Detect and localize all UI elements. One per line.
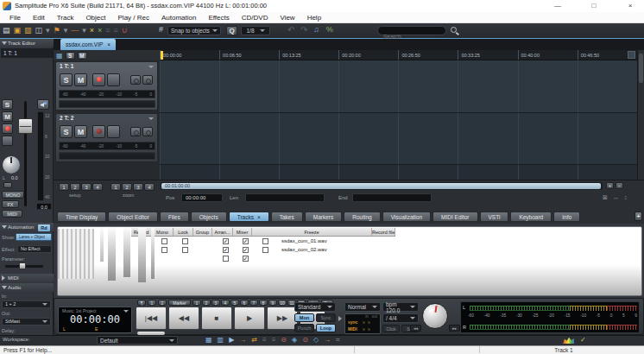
track-2-solo-button[interactable]: S (60, 125, 73, 138)
menu-item[interactable]: Automation (155, 14, 202, 22)
monitor-toggle[interactable]: Mon (294, 313, 314, 322)
docker-tab[interactable]: Keyboard (510, 212, 552, 222)
horizontal-fit-icon[interactable]: ↔ (613, 194, 619, 201)
time-display[interactable]: Music: 1st Project 00:00:00 L E (58, 307, 132, 333)
fullscreen-icon[interactable]: ⊠ (603, 194, 608, 201)
midi-settings-icon[interactable]: ♫ (313, 25, 319, 34)
rewind-button[interactable]: ◀◀ (168, 307, 199, 330)
track-1-settings-icon[interactable] (142, 75, 153, 85)
track-1-header[interactable]: 1 T: 1 S M -60-40-20-10-50 (55, 61, 158, 111)
marker-number-button[interactable]: 9 (268, 300, 277, 306)
ungroup-icon[interactable]: ≡ (114, 25, 118, 36)
table-row[interactable] (131, 254, 641, 262)
table-row[interactable]: ssdax_com_01.wav (131, 237, 641, 245)
marker-number-button[interactable]: 5 (230, 300, 239, 306)
track-1-lane[interactable] (160, 60, 637, 112)
input-monitor-button[interactable] (2, 136, 13, 146)
input-dropdown[interactable]: 1 + 2 (2, 300, 51, 308)
track-2-header[interactable]: 2 T: 2 S M -60-40-20-10-50 (55, 113, 158, 162)
mixer-checkbox[interactable] (243, 238, 249, 244)
track-2-settings-icon[interactable] (142, 127, 153, 136)
docker-tab[interactable]: Routing (344, 212, 380, 222)
automation-read-badge[interactable]: Rd (38, 224, 50, 231)
marker-mode-icon[interactable]: ◇ (313, 336, 319, 345)
bpm-dropdown[interactable]: bpm 120.0 (382, 302, 419, 312)
menu-item[interactable]: Help (301, 14, 327, 22)
quantize-value-dropdown[interactable]: 1/8 (241, 26, 270, 35)
track-2-monitor-button[interactable] (107, 125, 120, 138)
pos-value-box[interactable]: 00:00:00 (181, 193, 223, 202)
object-mode-icon[interactable]: ◈ (292, 336, 297, 345)
mixer-checkbox[interactable] (243, 247, 249, 253)
arranger-checkbox[interactable] (223, 238, 229, 244)
workspace-dropdown[interactable]: Default (97, 336, 178, 345)
waveform-icon[interactable]: ≈ (336, 336, 339, 345)
draw-options-arrow-icon[interactable]: ▾ (82, 25, 86, 36)
zoom-preset-button[interactable]: 2 (122, 183, 132, 191)
track-editor-track-name[interactable]: 1 T: 1 (1, 48, 53, 58)
monitor-volume-knob[interactable] (422, 303, 448, 329)
midi-section-header[interactable]: MIDI (0, 274, 54, 282)
arranger-lanes[interactable] (160, 60, 637, 180)
marker-number-button[interactable]: 2 (202, 300, 211, 306)
track-2-mute-button[interactable]: M (74, 125, 87, 138)
mute-button[interactable]: M (2, 111, 13, 122)
open-project-icon[interactable]: ▣ (14, 25, 22, 36)
search-box[interactable] (377, 26, 446, 35)
click-button[interactable]: Click (382, 325, 400, 332)
list-view-icon[interactable]: ≡ (262, 336, 267, 345)
chevron-down-icon[interactable] (148, 66, 154, 68)
mixer-checkbox[interactable] (243, 256, 249, 262)
track-editor-header[interactable]: Track Editor (0, 39, 54, 47)
track-2-lane[interactable] (160, 112, 637, 164)
marker-number-button[interactable]: 3 (212, 300, 220, 306)
docker-tab[interactable]: Takes (271, 212, 303, 222)
mono-checkbox[interactable] (161, 238, 167, 244)
track-1-mute-button[interactable]: M (74, 73, 87, 86)
maximize-button[interactable]: □ (587, 0, 601, 11)
zoom-preset-button[interactable]: 3 (133, 183, 143, 191)
move-mode-icon[interactable]: → (239, 336, 246, 345)
setup-preset-button[interactable]: 1 (59, 183, 69, 191)
volume-fader-handle[interactable] (18, 118, 33, 134)
setup-preset-button[interactable]: 2 (70, 183, 80, 191)
go-to-start-button[interactable]: |◀◀ (136, 307, 167, 330)
docker-tab[interactable]: MIDI Editor (432, 212, 478, 222)
redo-icon[interactable]: ↷ (300, 25, 307, 35)
chevron-down-icon[interactable] (123, 310, 129, 313)
import-audio-icon[interactable]: ▥ (24, 25, 32, 36)
docker-tab[interactable]: Object Editor (108, 212, 158, 222)
track-1-link-icon[interactable] (130, 75, 141, 85)
docker-tab[interactable]: Time Display (57, 212, 106, 222)
lock-checkbox[interactable] (182, 238, 188, 244)
range-1-button[interactable]: 1 (148, 300, 156, 306)
expand-icon[interactable] (338, 316, 342, 321)
all-solo-button[interactable]: S (66, 52, 75, 60)
solo-button[interactable]: S (2, 99, 13, 110)
mono-button[interactable]: MONO (2, 191, 24, 199)
len-value-box[interactable] (245, 193, 325, 202)
menu-item[interactable]: File (3, 14, 27, 22)
zoom-preset-button[interactable]: 4 (144, 183, 155, 191)
effect-value-box[interactable]: No Effect (17, 245, 52, 253)
tempo-mode-dropdown[interactable]: Normal (344, 302, 381, 312)
undo-icon[interactable]: ↶ (287, 25, 294, 35)
arranger-checkbox[interactable] (223, 256, 229, 262)
sync-toggle[interactable]: Sync (316, 313, 336, 322)
tab-close-icon[interactable]: × (107, 41, 110, 47)
menu-item[interactable]: CD/DVD (236, 14, 275, 22)
search-icon[interactable] (451, 27, 457, 33)
menu-item[interactable]: Object (79, 14, 111, 22)
table-row[interactable]: ssdax_com_02.wav (131, 245, 641, 254)
speaker-icon[interactable] (37, 99, 49, 110)
record-mode-icon[interactable]: ⊙ (302, 336, 308, 345)
chevron-down-icon[interactable] (148, 117, 154, 120)
docker-tab[interactable]: Visualization (382, 212, 431, 222)
marker-number-button[interactable]: 1 (193, 300, 201, 306)
zoom-out-button[interactable]: − (616, 182, 623, 189)
range-2-button[interactable]: 2 (158, 300, 167, 306)
range-icon[interactable]: ¶ (137, 300, 146, 306)
show-dropdown[interactable]: Lanes + Object (16, 233, 52, 241)
snap-mode-dropdown[interactable]: Snap to objects (167, 26, 221, 35)
new-project-icon[interactable]: ▤ (3, 25, 10, 36)
